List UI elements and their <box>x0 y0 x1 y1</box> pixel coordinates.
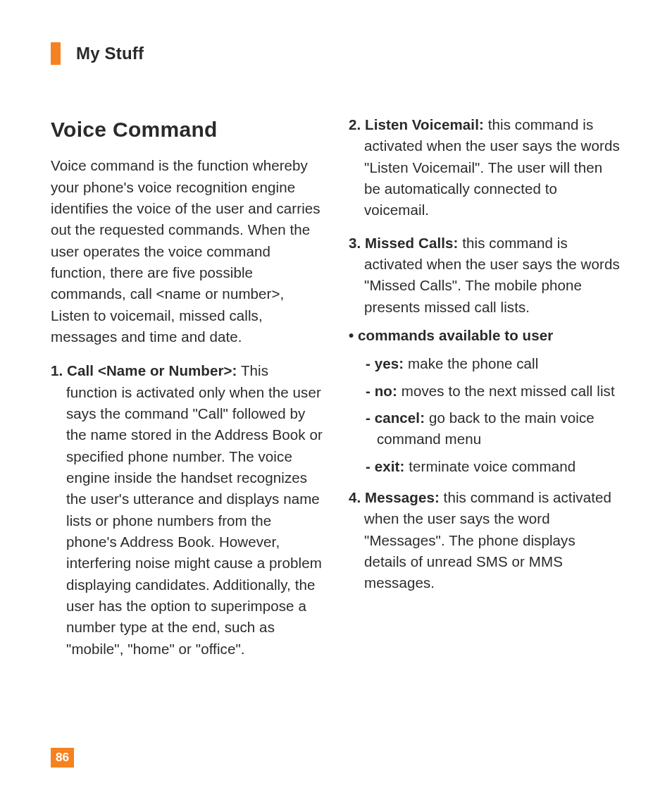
item-label: Call <Name or Number>: <box>67 362 237 378</box>
list-item-2: 2. Listen Voicemail: this command is act… <box>349 114 621 221</box>
item-label: Listen Voicemail: <box>365 116 484 133</box>
column-right: 2. Listen Voicemail: this command is act… <box>349 114 621 671</box>
document-page: My Stuff Voice Command Voice command is … <box>0 0 672 807</box>
section-title: Voice Command <box>51 114 323 145</box>
sub-item-cancel: - cancel: go back to the main voice comm… <box>366 407 621 450</box>
item-number: 4. <box>349 489 361 505</box>
list-item-4: 4. Messages: this command is activated w… <box>349 487 621 594</box>
sub-item-label: exit: <box>375 458 405 474</box>
bullet-icon: • <box>349 327 354 343</box>
sub-item-label: no: <box>375 383 397 399</box>
content-columns: Voice Command Voice command is the funct… <box>51 114 621 671</box>
item-number: 2. <box>349 116 361 133</box>
dash-icon: - <box>366 458 371 474</box>
list-item-3: 3. Missed Calls: this command is activat… <box>349 233 621 318</box>
header-accent-bar <box>51 42 61 65</box>
list-item-1: 1. Call <Name or Number>: This function … <box>51 360 323 660</box>
dash-icon: - <box>366 409 371 426</box>
column-left: Voice Command Voice command is the funct… <box>51 114 323 671</box>
intro-paragraph: Voice command is the function whereby yo… <box>51 155 323 347</box>
sub-item-label: yes: <box>375 355 404 371</box>
sub-item-body: terminate voice command <box>404 458 575 474</box>
dash-icon: - <box>366 383 371 399</box>
sub-heading-text: commands available to user <box>358 327 553 343</box>
item-label: Messages: <box>365 489 440 505</box>
sub-item-label: cancel: <box>375 409 425 426</box>
sub-heading: • commands available to user <box>349 325 621 346</box>
item-body: This function is activated only when the… <box>66 362 323 656</box>
header-section-title: My Stuff <box>76 44 144 63</box>
item-number: 3. <box>349 235 361 251</box>
sub-item-body: moves to the next missed call list <box>397 383 615 399</box>
item-label: Missed Calls: <box>365 235 458 251</box>
page-header: My Stuff <box>51 42 621 65</box>
sub-item-body: make the phone call <box>404 355 538 371</box>
sub-item-no: - no: moves to the next missed call list <box>366 381 621 402</box>
item-number: 1. <box>51 362 63 378</box>
page-number: 86 <box>51 748 74 768</box>
sub-item-yes: - yes: make the phone call <box>366 353 621 374</box>
dash-icon: - <box>366 355 371 371</box>
sub-list: - yes: make the phone call - no: moves t… <box>349 353 621 477</box>
sub-item-exit: - exit: terminate voice command <box>366 456 621 477</box>
